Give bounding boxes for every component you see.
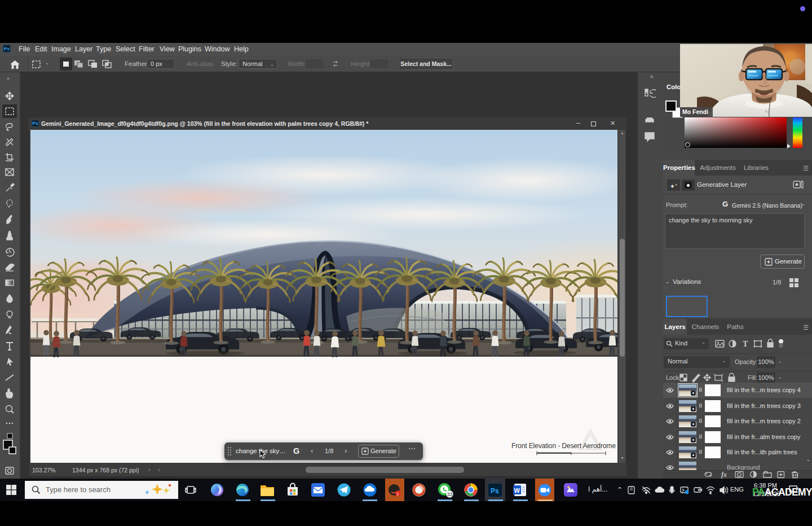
svg-text:Front Elevation - Desert Aerod: Front Elevation - Desert Aerodrome — [511, 442, 616, 450]
svg-text:T: T — [743, 340, 748, 348]
svg-text:fx: fx — [721, 471, 727, 479]
svg-text:W: W — [514, 487, 520, 494]
svg-text:33: 33 — [447, 492, 453, 497]
svg-text:!: ! — [397, 492, 399, 497]
svg-text:»: » — [7, 76, 10, 81]
svg-text:Ps: Ps — [491, 487, 499, 495]
